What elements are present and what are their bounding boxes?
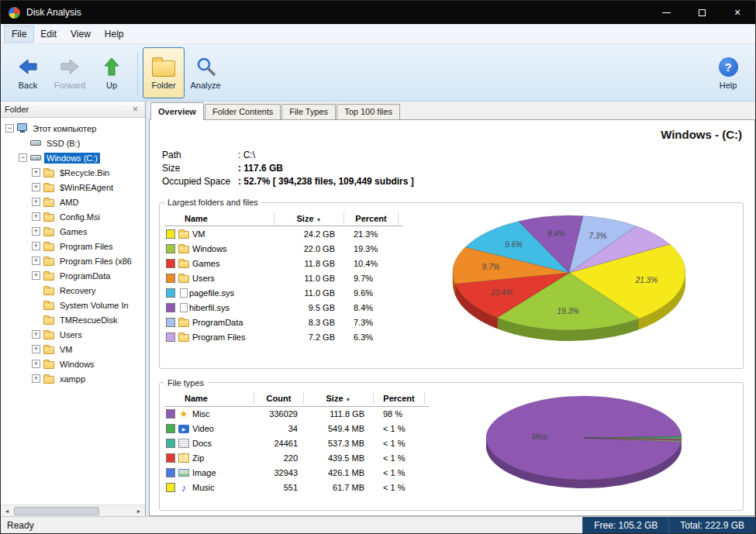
tab-top-100-files[interactable]: Top 100 files <box>337 104 400 119</box>
name-cell: VM <box>164 229 274 239</box>
item-name: ProgramData <box>192 318 243 327</box>
tree-item[interactable]: +ProgramData <box>2 268 145 283</box>
item-percent: 9.6% <box>344 288 399 298</box>
tree-item[interactable]: +Windows <box>2 357 145 371</box>
item-size: 8.3 GB <box>274 318 344 327</box>
analyze-button[interactable]: Analyze <box>185 47 226 98</box>
minimize-button[interactable] <box>648 1 684 24</box>
filetype-row[interactable]: Video34549.4 MB< 1 % <box>164 422 430 436</box>
pie-label: 9.7% <box>482 263 499 271</box>
item-size: 426.1 MB <box>304 468 374 477</box>
expand-icon[interactable]: + <box>32 242 40 250</box>
tree-item[interactable]: +VM <box>2 342 145 357</box>
drive-icon <box>30 155 41 160</box>
column-header-size[interactable]: Size▼ <box>274 212 344 225</box>
folder-label: Folder <box>151 81 175 90</box>
item-name: Games <box>192 259 219 268</box>
filetype-row[interactable]: Image32943426.1 MB< 1 % <box>164 466 430 481</box>
pie-label: 19.3% <box>557 307 578 315</box>
page-title: Windows - (C:) <box>157 128 742 141</box>
expand-icon[interactable]: + <box>32 183 40 191</box>
scrollbar-thumb[interactable] <box>14 507 99 515</box>
collapse-icon[interactable]: − <box>5 124 14 133</box>
expand-icon[interactable]: + <box>32 212 40 221</box>
tree-item[interactable]: TMRescueDisk <box>2 312 145 327</box>
file-types-groupbox: File types NameCountSize▼PercentMisc3360… <box>159 378 744 511</box>
tree-item[interactable]: +Program Files <box>2 239 145 253</box>
expand-icon[interactable]: + <box>32 330 40 339</box>
scroll-right-icon[interactable]: ► <box>133 508 145 514</box>
item-size: 22.0 GB <box>274 244 344 253</box>
tree-item[interactable]: +Games <box>2 224 145 239</box>
menu-file[interactable]: File <box>5 26 33 42</box>
column-header-percent[interactable]: Percent <box>344 212 399 225</box>
sidebar-header: Folder × <box>1 102 145 118</box>
file-types-pie-chart: Misc <box>468 388 700 497</box>
largest-row[interactable]: Users11.0 GB9.7% <box>164 270 403 285</box>
column-header-count[interactable]: Count <box>254 392 304 405</box>
expand-icon[interactable]: + <box>32 345 40 353</box>
largest-row[interactable]: Windows22.0 GB19.3% <box>164 241 403 256</box>
expand-icon[interactable]: + <box>32 360 40 368</box>
largest-row[interactable]: hiberfil.sys9.5 GB8.4% <box>164 300 403 315</box>
tab-file-types[interactable]: File Types <box>281 104 336 119</box>
tree-item[interactable]: +Program Files (x86 <box>2 253 145 268</box>
filetype-row[interactable]: Music55161.7 MB< 1 % <box>164 481 430 495</box>
largest-row[interactable]: Games11.8 GB10.4% <box>164 256 403 270</box>
expand-icon[interactable]: + <box>32 374 40 383</box>
info-value: : 52.7% [ 394,238 files, 109,449 subdirs… <box>238 175 414 188</box>
help-button[interactable]: ? Help <box>707 47 749 98</box>
expand-icon[interactable]: + <box>32 227 40 236</box>
item-percent: 8.4% <box>344 303 399 312</box>
info-block: Path: C:\Size: 117.6 GBOccupied Space: 5… <box>162 149 748 188</box>
tree-item[interactable]: +Users <box>2 327 145 342</box>
collapse-icon[interactable]: − <box>19 153 27 162</box>
close-button[interactable]: × <box>720 1 755 24</box>
maximize-button[interactable] <box>684 1 720 24</box>
filetype-row[interactable]: Docs24461537.3 MB< 1 % <box>164 436 430 451</box>
menu-edit[interactable]: Edit <box>33 26 64 42</box>
folder-button[interactable]: Folder <box>143 47 185 98</box>
item-name: hiberfil.sys <box>189 303 230 312</box>
horizontal-scrollbar[interactable]: ◄ ► <box>1 505 145 516</box>
back-button[interactable]: Back <box>7 47 49 98</box>
up-button[interactable]: Up <box>91 47 133 98</box>
tree-item[interactable]: SSD (B:) <box>2 136 145 150</box>
tab-folder-contents[interactable]: Folder Contents <box>205 104 281 119</box>
item-size: 11.8 GB <box>274 259 344 268</box>
filetype-row[interactable]: Misc336029111.8 GB98 % <box>164 407 430 422</box>
menu-help[interactable]: Help <box>98 26 131 42</box>
forward-button[interactable]: Forward <box>49 47 91 98</box>
column-header-name[interactable]: Name <box>164 392 254 405</box>
music-icon <box>178 483 189 493</box>
tree-item[interactable]: −Windows (C:) <box>2 150 145 165</box>
column-header-name[interactable]: Name <box>164 212 274 225</box>
tree-item[interactable]: System Volume In <box>2 298 145 312</box>
column-header-size[interactable]: Size▼ <box>304 392 374 405</box>
expand-icon[interactable]: + <box>32 198 40 206</box>
largest-row[interactable]: Program Files7.2 GB6.3% <box>164 329 403 344</box>
filetype-row[interactable]: Zip220439.5 MB< 1 % <box>164 451 430 466</box>
largest-row[interactable]: ProgramData8.3 GB7.3% <box>164 315 403 329</box>
expand-icon[interactable]: + <box>32 257 40 265</box>
menu-view[interactable]: View <box>64 26 98 42</box>
largest-row[interactable]: pagefile.sys11.0 GB9.6% <box>164 285 403 300</box>
largest-row[interactable]: VM24.2 GB21.3% <box>164 226 403 241</box>
expand-icon[interactable]: + <box>32 271 40 280</box>
scroll-left-icon[interactable]: ◄ <box>1 508 13 514</box>
sidebar-close-button[interactable]: × <box>129 104 141 115</box>
tree-item[interactable]: −Этот компьютер <box>2 121 145 136</box>
column-header-percent[interactable]: Percent <box>374 392 425 405</box>
largest-folders-pie-chart: 21.3%19.3%10.4%9.7%9.6%8.4%7.3% <box>445 208 697 351</box>
tree-item[interactable]: +$Recycle.Bin <box>2 165 145 180</box>
tree-item[interactable]: +AMD <box>2 195 145 209</box>
info-row: Path: C:\ <box>162 149 748 162</box>
tree-item[interactable]: +Config.Msi <box>2 209 145 224</box>
item-name: Program Files <box>192 332 245 342</box>
tree-item[interactable]: +xampp <box>2 371 145 386</box>
expand-icon[interactable]: + <box>32 168 40 177</box>
close-icon: × <box>734 6 740 19</box>
tree-item[interactable]: +$WinREAgent <box>2 180 145 195</box>
tab-overview[interactable]: Overview <box>150 102 204 120</box>
tree-item[interactable]: Recovery <box>2 283 145 298</box>
